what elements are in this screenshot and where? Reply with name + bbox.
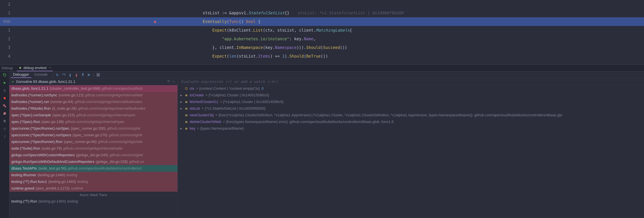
breakpoint-icon[interactable]	[153, 20, 157, 23]
svg-rect-33	[185, 128, 187, 128]
code-line[interactable]: 4 Expect(len(stsList.Items) == 1).Should…	[0, 52, 644, 61]
goroutine-label: Goroutine 83 dbaas.glob..func1.21.1	[16, 80, 75, 84]
variable-type-icon	[185, 113, 188, 117]
variables-list[interactable]: ictx = {context.Context | *context.empty…	[178, 85, 644, 218]
variable-row[interactable]: deleteClusterNWait = {func(types.Namespa…	[178, 118, 644, 125]
stack-frames-list[interactable]: dbaas.glob..func1.21.1(cluster_controlle…	[9, 85, 178, 218]
pin-button[interactable]	[2, 134, 7, 139]
stack-frame-row[interactable]: spec.(*Spec).Run(spec.go:138)github.com/…	[9, 118, 178, 125]
variable-row[interactable]: ▸fetchedClusterG1 = {*v1alpha1.Cluster |…	[178, 99, 644, 105]
expand-arrow-icon[interactable]: ▸	[180, 100, 183, 104]
frames-header[interactable]: Goroutine 83 dbaas.glob..func1.21.1	[9, 78, 178, 85]
pause-button[interactable]	[2, 88, 7, 93]
code-line-current[interactable]: 998 Eventually(func() bool {	[0, 17, 644, 26]
stack-frame-row[interactable]: leafnodes.(*runner).run(runner.go:64)git…	[9, 99, 178, 105]
watch-input[interactable]: Evaluate expression (↩) or add a watch (…	[178, 78, 644, 85]
expand-arrow-icon[interactable]: ▸	[180, 93, 183, 97]
variable-row[interactable]: ictx = {context.Context | *context.empty…	[178, 85, 644, 92]
stack-frame-row[interactable]: suite.(*Suite).Run(suite.go:79)github.co…	[9, 145, 178, 152]
stack-frame-row[interactable]: runtime.goexit(asm_arm64.s:1172)runtime	[9, 185, 178, 192]
stack-frame-row[interactable]: testing.(*T).Run(testing.go:1493)testing	[9, 198, 178, 205]
gutter-number: 2	[0, 2, 13, 7]
variable-row[interactable]: ▸key = {types.NamespacedName}	[178, 125, 644, 132]
variable-row[interactable]: ▸toCreate = {*v1alpha1.Cluster | 0x14001…	[178, 92, 644, 99]
svg-point-14	[83, 73, 83, 74]
step-over-button[interactable]	[62, 73, 66, 77]
variable-type-icon	[185, 94, 188, 97]
svg-rect-35	[185, 129, 187, 129]
bug-icon	[18, 66, 22, 70]
step-into-button[interactable]	[68, 73, 72, 77]
evaluate-button[interactable]	[96, 73, 100, 77]
stop-button[interactable]	[2, 96, 7, 101]
separator	[94, 73, 94, 77]
debug-toolwindow-header: Debug: debug envtest ×	[0, 65, 644, 72]
gutter-number: 3	[0, 45, 13, 50]
frames-panel: Goroutine 83 dbaas.glob..func1.21.1 dbaa…	[9, 78, 178, 218]
stack-frame-row[interactable]: testing.(*T).Run.func1(testing.go:1493)t…	[9, 178, 178, 185]
code-text: stsList := &appsv1.StatefulSetList{}	[13, 11, 289, 15]
svg-point-5	[3, 104, 5, 106]
mute-breakpoints-button[interactable]	[2, 111, 7, 116]
stack-frame-row[interactable]: dbaas.TestAPIs(suite_test.go:56)github.c…	[9, 165, 178, 172]
stack-frame-row[interactable]: specrunner.(*SpecRunner).runSpecs(spec_r…	[9, 132, 178, 138]
step-out-button[interactable]	[81, 73, 85, 77]
code-line[interactable]: 1 stsList := &appsv1.StatefulSetList{} s…	[0, 9, 644, 17]
debug-panel: Debugger Console	[0, 72, 644, 218]
stack-frame-row[interactable]: leafnodes.(*runner).runSync(runner.go:11…	[9, 92, 178, 99]
stack-frame-row[interactable]: ginkgo.RunSpecsWithDefaultAndCustomRepor…	[9, 158, 178, 165]
debugger-content: Goroutine 83 dbaas.glob..func1.21.1 dbaa…	[9, 78, 644, 218]
close-icon[interactable]: ×	[48, 66, 51, 70]
rerun-button[interactable]	[2, 73, 7, 78]
show-execution-point-button[interactable]	[56, 73, 60, 77]
svg-rect-4	[4, 97, 6, 99]
variable-type-icon	[185, 107, 188, 110]
svg-rect-20	[185, 96, 187, 96]
svg-rect-29	[185, 116, 187, 116]
svg-rect-34	[185, 128, 187, 129]
code-line[interactable]: 2 "app.kubernetes.io/instance": key.Name…	[0, 35, 644, 43]
stack-frame-row[interactable]: spec.(*Spec).runSample(spec.go:215)githu…	[9, 112, 178, 118]
stack-frame-row[interactable]: specrunner.(*SpecRunner).Run(spec_runner…	[9, 138, 178, 145]
code-line[interactable]: 2	[0, 0, 644, 9]
stack-frame-row[interactable]: testing.tRunner(testing.go:1446)testing	[9, 172, 178, 178]
svg-rect-2	[4, 89, 4, 92]
expand-arrow-icon[interactable]: ▸	[180, 106, 183, 111]
filter-icon[interactable]	[167, 80, 170, 84]
code-line[interactable]: 1 Expect(k8sClient.List(ctx, stsList, cl…	[0, 26, 644, 35]
expand-arrow-icon[interactable]: ▸	[180, 126, 183, 131]
svg-rect-22	[185, 102, 187, 102]
stack-frame-row[interactable]: leafnodes.(*ItNode).Run(it_node.go:26)gi…	[9, 105, 178, 112]
svg-rect-31	[185, 122, 187, 122]
run-to-cursor-button[interactable]	[87, 73, 91, 77]
code-text: "app.kubernetes.io/instance": key.Name,	[13, 37, 316, 41]
debug-tab-label: debug envtest	[24, 66, 46, 70]
chevron-down-icon[interactable]	[172, 80, 176, 84]
svg-rect-24	[185, 108, 187, 108]
svg-rect-23	[185, 103, 187, 103]
tab-debugger[interactable]: Debugger	[11, 72, 32, 78]
gutter-number: 998	[0, 19, 13, 24]
svg-rect-27	[185, 114, 187, 115]
settings-button[interactable]	[2, 126, 7, 131]
debug-config-tab[interactable]: debug envtest ×	[17, 65, 53, 71]
svg-rect-9	[4, 120, 6, 122]
svg-rect-26	[185, 109, 187, 109]
code-editor[interactable]: 2 1 stsList := &appsv1.StatefulSetList{}…	[0, 0, 644, 65]
svg-rect-10	[4, 122, 5, 123]
variable-row[interactable]: ▸stsList = {*v1.StatefulSetList | 0x1400…	[178, 105, 644, 112]
code-line[interactable]: 3 }, client.InNamespace(key.Namespace)))…	[0, 43, 644, 52]
tab-console[interactable]: Console	[32, 72, 50, 78]
step-into-my-button[interactable]	[74, 73, 78, 77]
get-thread-dump-button[interactable]	[2, 119, 7, 123]
gutter-number: 4	[0, 54, 13, 59]
variable-row[interactable]: newClusterObj = {func(*v1alpha1.ClusterD…	[178, 112, 644, 118]
async-stack-separator: Async Stack Trace	[9, 192, 178, 198]
variable-type-icon	[185, 120, 188, 123]
stack-frame-row[interactable]: dbaas.glob..func1.21.1(cluster_controlle…	[9, 85, 178, 92]
stack-frame-row[interactable]: specrunner.(*SpecRunner).runSpec(spec_ru…	[9, 125, 178, 132]
stack-frame-row[interactable]: ginkgo.runSpecsWithCustomReporters(ginkg…	[9, 152, 178, 158]
view-breakpoints-button[interactable]	[2, 104, 7, 108]
separator	[53, 73, 53, 77]
resume-button[interactable]	[2, 81, 7, 85]
